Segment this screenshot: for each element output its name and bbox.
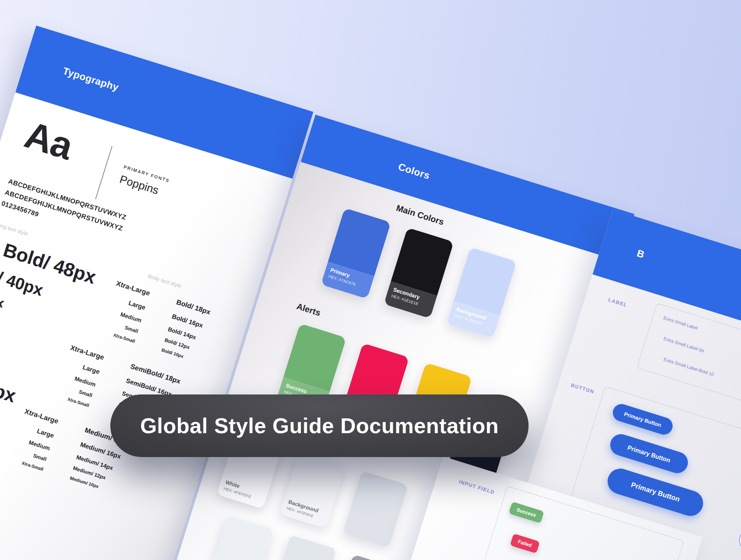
body-style-value: Bold/ 18px (175, 298, 212, 317)
heading-style-label: Heading text style (0, 219, 29, 237)
heading-style-alt-row: H1SemiBold/ 48px (0, 331, 19, 407)
body-style-value: Bold/ 16px (171, 313, 204, 329)
secondary-button-large[interactable]: Secondary Button (736, 525, 741, 560)
swatch-background-alt: Background HEX: #F5F6F8 (280, 451, 345, 529)
stage: Typography Aa PRIMARY FONTS Poppins ABCD… (0, 0, 741, 560)
title-pill: Global Style Guide Documentation (110, 394, 529, 457)
main-colors-heading: Main Colors (395, 203, 445, 227)
button-section-title: BUTTON (570, 382, 595, 395)
body-style-value: Bold/ 10px (161, 347, 184, 359)
swatch-grayscale-20: Grayscale 20 HEX: #ECF1F6 (208, 515, 274, 560)
swatch-primary: Primary HEX: #7AC678 (321, 208, 391, 299)
swatch-color (277, 534, 337, 560)
specimen-divider (95, 146, 112, 199)
label-section-title: LABEL (608, 297, 628, 308)
swatch-grayscale-mid (333, 554, 399, 560)
colors-title: Colors (397, 161, 431, 182)
swatch-color (214, 515, 274, 560)
font-specimen: Aa (20, 113, 77, 168)
swatch-gray-light (343, 471, 408, 548)
label-sample: Extra Small Label-Se (663, 336, 705, 353)
typography-title: Typography (61, 65, 120, 93)
success-badge[interactable]: Success (509, 502, 544, 523)
secondary-button-medium[interactable]: Secondary Button (739, 478, 741, 523)
failed-badge[interactable]: Failed (510, 534, 540, 553)
input-field-title: INPUT FIELD (458, 479, 496, 495)
body-style-label: Body text style (147, 273, 182, 289)
swatch-secondary: Secondary HEX: #1E1E1E (384, 227, 454, 318)
rotated-board: Typography Aa PRIMARY FONTS Poppins ABCD… (0, 26, 741, 560)
label-sample: Extra Small Label-Bold 10 (663, 357, 714, 377)
page-title: Global Style Guide Documentation (140, 413, 499, 438)
alerts-heading: Alerts (296, 301, 322, 318)
swatch-color (340, 554, 400, 560)
primary-button-small[interactable]: Primary Button (611, 402, 675, 437)
body-style-value: Bold/ 14px (167, 326, 197, 341)
components-title-partial: B (636, 247, 646, 260)
heading-style: SemiBold/ 48px (0, 344, 19, 407)
body-style-value: Bold/ 12px (164, 337, 191, 350)
label-sample: Extra Small Label (663, 315, 698, 331)
swatch-background: Background HEX: #CDDCFF (447, 247, 517, 338)
swatch-grayscale-30: Grayscale 30 HEX: #E3E9ED (271, 534, 337, 560)
